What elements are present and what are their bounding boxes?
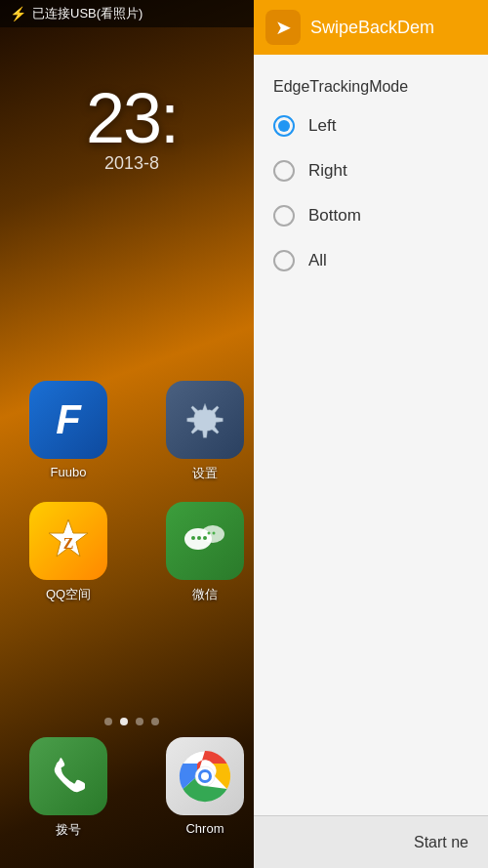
radio-label-left: Left (308, 116, 336, 136)
page-dots (0, 718, 264, 725)
svg-point-6 (197, 536, 201, 540)
radio-circle-right[interactable] (273, 160, 295, 182)
svg-text:Z: Z (63, 535, 74, 552)
radio-option-right[interactable]: Right (254, 148, 488, 193)
gear-svg-icon (181, 395, 229, 444)
phone-icon[interactable] (29, 737, 107, 815)
bottom-app-grid: 拨号 Chrom (10, 737, 264, 839)
svg-point-13 (201, 772, 209, 780)
wechat-svg (176, 512, 234, 570)
qq-label: QQ空间 (46, 586, 91, 603)
radio-inner-left (278, 120, 290, 132)
settings-label: 设置 (192, 465, 218, 482)
list-item[interactable]: 微信 (146, 502, 264, 603)
radio-circle-left[interactable] (273, 115, 295, 137)
clock-area: 23: 2013-8 (0, 78, 264, 174)
page-dot-4 (151, 718, 159, 725)
panel-footer: Start ne (254, 815, 488, 868)
chrome-label: Chrom (185, 821, 224, 836)
qq-star-svg: Z (39, 512, 98, 570)
swipeback-panel: ➤ SwipeBackDem EdgeTrackingMode Left Rig… (254, 0, 488, 868)
radio-label-right: Right (308, 161, 347, 181)
section-label: EdgeTrackingMode (254, 70, 488, 103)
radio-circle-all[interactable] (273, 250, 295, 271)
svg-point-8 (208, 532, 211, 535)
page-dot-3 (136, 718, 143, 725)
radio-label-bottom: Bottom (308, 206, 361, 226)
list-item[interactable]: Z QQ空间 (10, 502, 127, 603)
phone-label: 拨号 (56, 821, 81, 839)
app-grid: F Fuubo 设置 Z QQ空间 (10, 381, 264, 603)
list-item[interactable]: Chrom (146, 737, 264, 839)
phone-svg-icon (44, 752, 93, 801)
start-new-button[interactable]: Start ne (414, 834, 468, 851)
fuubo-icon[interactable]: F (29, 381, 107, 459)
clock-date: 2013-8 (0, 153, 264, 174)
arrow-right-icon: ➤ (275, 16, 292, 39)
chrome-icon[interactable] (166, 737, 244, 815)
wechat-label: 微信 (192, 586, 218, 603)
svg-point-5 (191, 536, 195, 540)
panel-title: SwipeBackDem (310, 18, 434, 38)
radio-circle-bottom[interactable] (273, 205, 295, 227)
radio-option-bottom[interactable]: Bottom (254, 193, 488, 238)
radio-label-all: All (308, 251, 327, 270)
qq-icon[interactable]: Z (29, 502, 107, 580)
fuubo-label: Fuubo (51, 465, 87, 479)
panel-content: EdgeTrackingMode Left Right Bottom All (254, 55, 488, 815)
radio-option-all[interactable]: All (254, 238, 488, 283)
page-dot-2 (120, 718, 128, 725)
list-item[interactable]: F Fuubo (10, 381, 127, 482)
usb-icon: ⚡ (10, 6, 26, 21)
panel-header-icon: ➤ (265, 10, 301, 45)
page-dot-1 (104, 718, 112, 725)
panel-header: ➤ SwipeBackDem (254, 0, 488, 55)
chrome-svg-icon (176, 747, 234, 806)
svg-point-9 (213, 532, 216, 535)
clock-time: 23: (0, 78, 264, 158)
svg-point-7 (203, 536, 207, 540)
list-item[interactable]: 设置 (146, 381, 264, 482)
wechat-icon[interactable] (166, 502, 244, 580)
settings-icon[interactable] (166, 381, 244, 459)
status-bar-text: 已连接USB(看照片) (32, 5, 142, 22)
list-item[interactable]: 拨号 (10, 737, 127, 839)
radio-option-left[interactable]: Left (254, 103, 488, 148)
